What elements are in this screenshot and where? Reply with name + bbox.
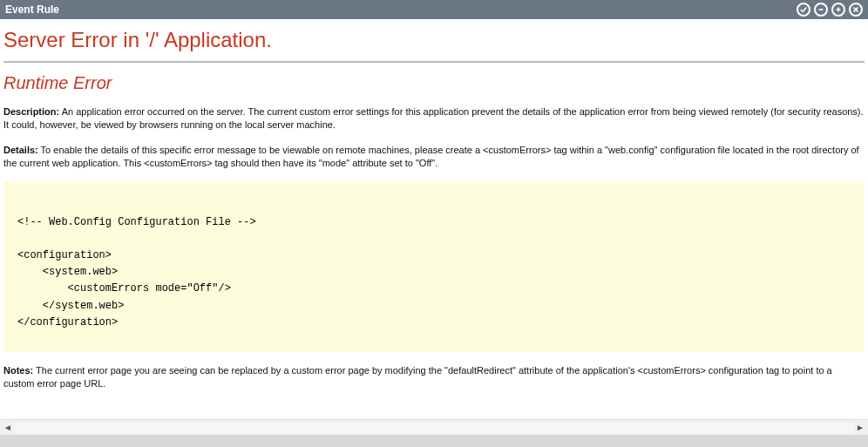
divider <box>3 61 865 63</box>
error-page-content[interactable]: Server Error in '/' Application. Runtime… <box>0 19 868 419</box>
notes-paragraph: Notes: The current error page you are se… <box>3 364 865 390</box>
details-label: Details: <box>3 145 38 155</box>
scroll-right-icon[interactable]: ► <box>854 423 866 432</box>
close-icon[interactable] <box>849 3 863 17</box>
scroll-track[interactable] <box>14 423 854 433</box>
plus-icon[interactable] <box>831 3 845 17</box>
description-label: Description: <box>3 106 59 117</box>
footer-strip <box>0 435 868 447</box>
description-text: An application error occurred on the ser… <box>3 106 864 130</box>
notes-label: Notes: <box>3 365 33 376</box>
description-paragraph: Description: An application error occurr… <box>3 105 865 132</box>
window-title: Event Rule <box>5 3 59 16</box>
notes-text: The current error page you are seeing ca… <box>3 365 832 389</box>
horizontal-scrollbar[interactable]: ◄ ► <box>0 419 868 435</box>
error-heading: Server Error in '/' Application. <box>3 28 865 52</box>
scroll-left-icon[interactable]: ◄ <box>2 423 14 432</box>
minimize-icon[interactable] <box>814 3 828 17</box>
error-subheading: Runtime Error <box>3 73 865 93</box>
window-controls <box>797 3 863 17</box>
details-text: To enable the details of this specific e… <box>3 145 859 168</box>
config-code-block: <!-- Web.Config Configuration File --> <… <box>3 181 865 352</box>
check-icon[interactable] <box>797 3 810 17</box>
details-paragraph: Details: To enable the details of this s… <box>3 144 865 170</box>
window-titlebar: Event Rule <box>0 0 868 19</box>
